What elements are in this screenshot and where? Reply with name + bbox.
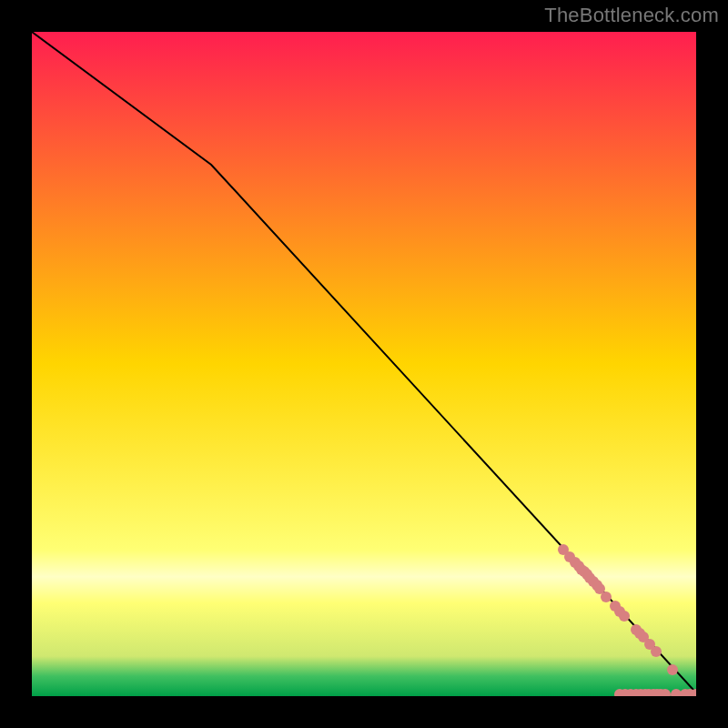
data-marker [601,592,612,602]
chart-frame: TheBottleneck.com [0,0,728,728]
plot-area [32,32,696,696]
attribution-text: TheBottleneck.com [544,4,719,27]
data-marker [691,689,696,696]
curve-layer [32,32,696,696]
